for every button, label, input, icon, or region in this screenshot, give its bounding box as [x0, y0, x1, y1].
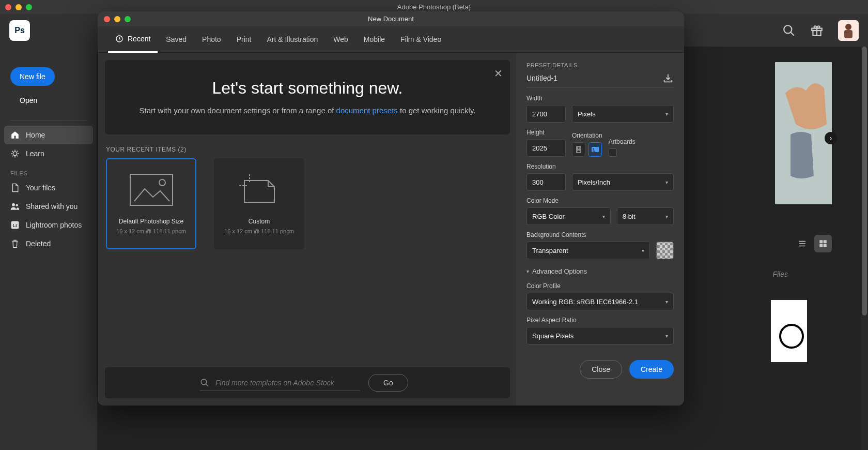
chevron-down-icon: ▾: [665, 299, 668, 305]
artboards-checkbox[interactable]: [609, 148, 617, 157]
svg-rect-30: [130, 174, 173, 205]
chevron-down-icon: ▾: [665, 214, 668, 219]
preset-name: Custom: [249, 218, 270, 225]
create-button[interactable]: Create: [629, 360, 674, 379]
dialog-minimize-traffic[interactable]: [114, 16, 120, 22]
color-mode-select[interactable]: RGB Color▾: [526, 207, 611, 225]
search-icon: [200, 378, 209, 387]
scrollbar[interactable]: [861, 47, 868, 450]
color-profile-select[interactable]: Working RGB: sRGB IEC61966-2.1▾: [526, 293, 674, 310]
avatar[interactable]: [838, 20, 859, 41]
tab-web[interactable]: Web: [326, 27, 355, 52]
width-label: Width: [526, 95, 674, 102]
tab-saved[interactable]: Saved: [159, 27, 194, 52]
pixel-aspect-label: Pixel Aspect Ratio: [526, 317, 674, 324]
svg-point-0: [784, 25, 792, 33]
svg-line-1: [791, 32, 794, 36]
dialog-zoom-traffic[interactable]: [125, 16, 131, 22]
tab-print[interactable]: Print: [229, 27, 259, 52]
go-button[interactable]: Go: [368, 374, 408, 392]
svg-point-17: [16, 204, 19, 207]
preset-browser: ✕ Let's start something new. Start with …: [98, 53, 516, 406]
file-icon: [10, 183, 20, 192]
tab-photo[interactable]: Photo: [195, 27, 228, 52]
artboards-label: Artboards: [609, 138, 636, 145]
window-minimize[interactable]: [16, 4, 22, 10]
pixel-aspect-select[interactable]: Square Pixels▾: [526, 327, 674, 344]
save-preset-icon[interactable]: [662, 72, 674, 84]
color-mode-label: Color Mode: [526, 197, 674, 204]
chevron-down-icon: ▾: [642, 248, 644, 253]
tab-label: Saved: [166, 35, 187, 43]
preset-thumb-icon: [237, 173, 282, 206]
grid-view-button[interactable]: [814, 235, 832, 252]
sidebar-item-label: Deleted: [26, 239, 51, 248]
open-button[interactable]: Open: [10, 91, 47, 110]
width-input[interactable]: [526, 105, 566, 123]
sidebar-item-home[interactable]: Home: [4, 126, 93, 144]
advanced-options-toggle[interactable]: ▾ Advanced Options: [526, 267, 674, 275]
files-filter-label[interactable]: Files: [772, 270, 788, 278]
tab-recent[interactable]: Recent: [108, 26, 158, 53]
recent-file-thumbnail[interactable]: [771, 300, 807, 362]
height-input[interactable]: [526, 139, 566, 157]
chevron-down-icon: ▾: [665, 333, 668, 339]
window-close[interactable]: [5, 4, 11, 10]
bit-depth-select[interactable]: 8 bit▾: [617, 207, 674, 225]
sidebar-item-your-files[interactable]: Your files: [0, 178, 97, 197]
chevron-down-icon: ▾: [665, 111, 668, 117]
close-icon[interactable]: ✕: [494, 67, 503, 80]
stock-search-bar: Go: [105, 367, 510, 398]
tab-label: Film & Video: [400, 35, 441, 43]
app-title: Adobe Photoshop (Beta): [397, 3, 471, 11]
close-button[interactable]: Close: [580, 360, 622, 379]
height-label: Height: [526, 129, 566, 136]
preset-card-default[interactable]: Default Photoshop Size 16 x 12 cm @ 118.…: [106, 158, 196, 249]
preset-card-custom[interactable]: Custom 16 x 12 cm @ 118.11 ppcm: [214, 158, 304, 249]
files-section-header: FILES: [0, 163, 97, 178]
svg-point-28: [780, 325, 803, 348]
carousel-next-button[interactable]: ›: [825, 132, 837, 144]
hero-banner: ✕ Let's start something new. Start with …: [105, 60, 510, 134]
new-document-dialog: New Document Recent Saved Photo Print Ar…: [98, 11, 684, 406]
tab-label: Art & Illustration: [267, 35, 318, 43]
sidebar-item-shared[interactable]: Shared with you: [0, 197, 97, 216]
tab-film[interactable]: Film & Video: [393, 27, 448, 52]
orientation-landscape-button[interactable]: [588, 142, 602, 157]
resolution-units-select[interactable]: Pixels/Inch▾: [572, 173, 674, 191]
dialog-close-traffic[interactable]: [104, 16, 110, 22]
document-name-input[interactable]: [526, 74, 657, 82]
list-view-button[interactable]: [794, 235, 811, 252]
app-icon[interactable]: Ps: [9, 20, 30, 41]
svg-rect-27: [824, 244, 827, 247]
preset-meta: 16 x 12 cm @ 118.11 ppcm: [224, 228, 294, 234]
lightroom-icon: Lr: [10, 220, 20, 230]
preset-thumb-icon: [129, 173, 174, 206]
search-icon[interactable]: [782, 24, 796, 37]
gift-icon[interactable]: [810, 24, 824, 37]
svg-line-12: [12, 151, 13, 152]
stock-search-input[interactable]: [215, 379, 360, 387]
orientation-label: Orientation: [572, 132, 602, 139]
sidebar-item-deleted[interactable]: Deleted: [0, 234, 97, 253]
new-file-button[interactable]: New file: [10, 67, 55, 86]
units-select[interactable]: Pixels▾: [572, 105, 674, 123]
svg-line-14: [12, 156, 13, 157]
sidebar-item-learn[interactable]: Learn: [0, 144, 97, 163]
suggestion-thumbnail[interactable]: [775, 62, 832, 204]
orientation-portrait-button[interactable]: [572, 142, 585, 157]
svg-point-31: [159, 179, 165, 186]
resolution-input[interactable]: [526, 173, 566, 191]
document-presets-link[interactable]: document presets: [336, 106, 398, 115]
svg-line-15: [17, 151, 18, 152]
sidebar-item-lightroom[interactable]: Lr Lightroom photos: [0, 216, 97, 234]
tab-label: Print: [237, 35, 252, 43]
svg-rect-25: [824, 240, 827, 243]
bg-contents-select[interactable]: Transparent▾: [526, 242, 650, 259]
bg-color-swatch[interactable]: [656, 242, 674, 259]
home-icon: [10, 130, 20, 140]
people-icon: [10, 202, 20, 211]
tab-art[interactable]: Art & Illustration: [259, 27, 325, 52]
tab-mobile[interactable]: Mobile: [357, 27, 392, 52]
window-zoom[interactable]: [26, 4, 32, 10]
